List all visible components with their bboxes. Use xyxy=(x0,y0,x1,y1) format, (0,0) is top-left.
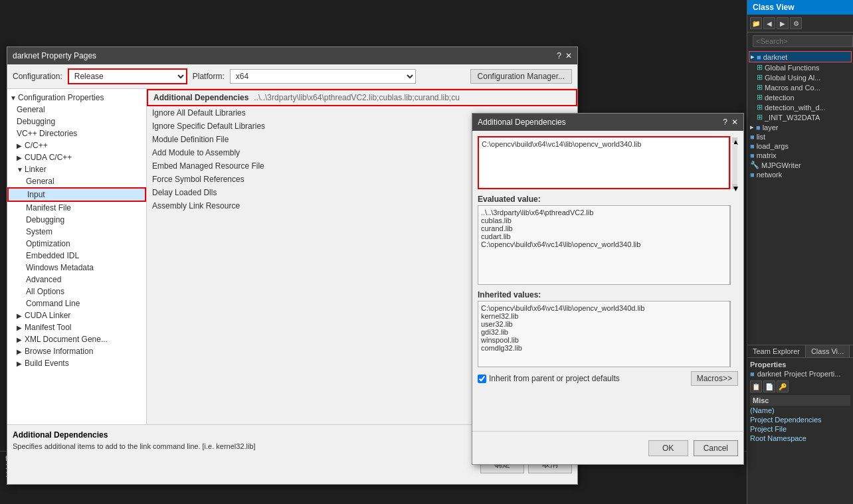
tree-browse-info[interactable]: ▶ Browse Information xyxy=(7,345,146,357)
cv-properties-panel: Team Explorer Class Vi... Properties ■ d… xyxy=(747,345,853,504)
inherit-checkbox[interactable] xyxy=(478,375,486,383)
prop-name: (Name) xyxy=(750,406,850,415)
inherited-textarea xyxy=(478,301,730,367)
add-dep-input[interactable] xyxy=(478,136,730,189)
tree-linker-input[interactable]: Input xyxy=(7,187,146,202)
add-dep-titlebar: Additional Dependencies ? ✕ xyxy=(472,114,743,131)
eval-scroll[interactable] xyxy=(730,205,738,285)
tree-config-props[interactable]: ▼ Configuration Properties xyxy=(7,92,146,104)
properties-section: Properties ■ darknet Project Properti...… xyxy=(747,358,853,446)
project-name: darknet xyxy=(757,370,782,378)
prop-deps: Project Dependencies xyxy=(750,415,850,424)
project-suffix: Project Properti... xyxy=(784,370,840,378)
cv-tree-load-args[interactable]: ■ load_args xyxy=(749,141,852,151)
cv-tree-mjpgwriter[interactable]: 🔧 MJPGWriter xyxy=(749,160,852,170)
cv-settings-btn[interactable]: ⚙ xyxy=(790,17,802,29)
platform-select[interactable]: x64 xyxy=(230,69,416,84)
tree-all-options[interactable]: All Options xyxy=(7,286,146,297)
content-header[interactable]: Additional Dependencies ..\..\3rdparty\l… xyxy=(147,89,577,106)
cv-tree-darknet[interactable]: ▸ ■ darknet xyxy=(749,51,852,62)
add-dep-body: ▲ ▼ Evaluated value: Inherited values: I… xyxy=(472,131,743,431)
tree-linker[interactable]: ▼ Linker xyxy=(7,163,146,175)
cv-expand-icon: ▸ xyxy=(751,52,755,61)
scroll-up[interactable]: ▲ xyxy=(732,137,737,143)
prop-file: Project File xyxy=(750,424,850,434)
cv-tree-list[interactable]: ■ list xyxy=(749,132,852,141)
add-dep-dialog: Additional Dependencies ? ✕ ▲ ▼ Evaluate… xyxy=(472,113,744,465)
cv-tree: ▸ ■ darknet ⊞ Global Functions ⊞ Global … xyxy=(747,50,853,181)
config-manager-btn[interactable]: Configuration Manager... xyxy=(470,69,572,84)
cv-tab-class-view[interactable]: Class Vi... xyxy=(806,345,850,357)
add-dep-title: Additional Dependencies xyxy=(478,118,566,127)
tree-linker-debug[interactable]: Debugging xyxy=(7,214,146,226)
cv-folder-btn[interactable]: 📁 xyxy=(750,17,762,29)
property-pages-title: darknet Property Pages xyxy=(13,51,96,60)
class-view-panel: Class View 📁 ◀ ▶ ⚙ ▸ ■ darknet ⊞ Global … xyxy=(747,0,853,504)
class-view-search-input[interactable] xyxy=(753,35,853,47)
cv-tree-global-funcs[interactable]: ⊞ Global Functions xyxy=(749,62,852,72)
tree-cuda-cpp[interactable]: ▶ CUDA C/C++ xyxy=(7,151,146,163)
tree-manifest-tool[interactable]: ▶ Manifest Tool xyxy=(7,321,146,333)
prop-btn3[interactable]: 🔑 xyxy=(777,380,789,392)
cv-tab-team-explorer[interactable]: Team Explorer xyxy=(747,345,806,357)
cv-tree-init-w32[interactable]: ⊞ _INIT_W32DATA xyxy=(749,112,852,122)
tree-build-events[interactable]: ▶ Build Events xyxy=(7,357,146,369)
tree-general[interactable]: General xyxy=(7,104,146,116)
class-view-title: Class View xyxy=(747,0,853,15)
add-dep-question[interactable]: ? xyxy=(723,118,727,127)
tree-manifest-file[interactable]: Manifest File xyxy=(7,202,146,214)
tree-optimization[interactable]: Optimization xyxy=(7,238,146,250)
inherit-label: Inherit from parent or project defaults xyxy=(489,374,620,383)
tree-cmd-line[interactable]: Command Line xyxy=(7,297,146,309)
tree-win-meta[interactable]: Windows Metadata xyxy=(7,262,146,274)
cv-tree-matrix[interactable]: ■ matrix xyxy=(749,151,852,160)
prop-btn2[interactable]: 📄 xyxy=(763,380,775,392)
tree-cuda-linker[interactable]: ▶ CUDA Linker xyxy=(7,309,146,321)
eval-textarea xyxy=(478,205,730,285)
cv-back-btn[interactable]: ◀ xyxy=(763,17,775,29)
cv-tree-network[interactable]: ■ network xyxy=(749,170,852,179)
inherit-checkbox-row: Inherit from parent or project defaults … xyxy=(478,371,738,386)
eval-label: Evaluated value: xyxy=(478,195,738,204)
property-pages-close-btn[interactable]: ✕ xyxy=(565,51,572,60)
add-dep-ok-btn[interactable]: OK xyxy=(648,440,688,456)
inherited-label: Inherited values: xyxy=(478,290,738,299)
cv-tree-layer[interactable]: ▸ ■ layer xyxy=(749,122,852,132)
tree-vc-dirs[interactable]: VC++ Directories xyxy=(7,127,146,139)
scroll-track xyxy=(732,144,737,184)
add-dep-close[interactable]: ✕ xyxy=(731,118,738,127)
tree-panel: ▼ Configuration Properties General Debug… xyxy=(7,89,147,466)
cv-tree-detection[interactable]: ⊞ detection xyxy=(749,92,852,102)
tree-linker-general[interactable]: General xyxy=(7,175,146,187)
content-header-label: Additional Dependencies xyxy=(153,93,248,102)
cv-tree-global-using[interactable]: ⊞ Global Using Al... xyxy=(749,72,852,82)
tree-cpp[interactable]: ▶ C/C++ xyxy=(7,139,146,151)
scroll-down[interactable]: ▼ xyxy=(732,184,737,189)
cv-tree-detection-with[interactable]: ⊞ detection_with_d... xyxy=(749,102,852,112)
class-view-toolbar: 📁 ◀ ▶ ⚙ xyxy=(747,15,853,33)
property-pages-question-btn[interactable]: ? xyxy=(557,51,561,60)
misc-header: Misc xyxy=(750,395,850,406)
platform-label: Platform: xyxy=(193,72,225,81)
property-pages-titlebar: darknet Property Pages ? ✕ xyxy=(7,47,577,64)
tree-xml-doc[interactable]: ▶ XML Document Gene... xyxy=(7,333,146,345)
prop-ns: Root Namespace xyxy=(750,434,850,443)
macros-btn[interactable]: Macros>> xyxy=(691,371,738,386)
cv-bottom-tabs: Team Explorer Class Vi... xyxy=(747,345,853,358)
tree-embedded-idl[interactable]: Embedded IDL xyxy=(7,250,146,262)
dialog-toolbar: Configuration: Release Platform: x64 Con… xyxy=(7,64,577,89)
footer-title: Additional Dependencies xyxy=(13,430,108,440)
content-header-value: ..\..\3rdparty\lib\x64\pthreadVC2.lib;cu… xyxy=(254,93,571,102)
tree-advanced[interactable]: Advanced xyxy=(7,274,146,286)
cv-tree-macros[interactable]: ⊞ Macros and Co... xyxy=(749,82,852,92)
config-label: Configuration: xyxy=(13,72,62,81)
properties-title: Properties xyxy=(750,361,850,369)
inherited-scroll[interactable] xyxy=(730,301,738,367)
add-dep-cancel-btn[interactable]: Cancel xyxy=(694,440,738,456)
cv-forward-btn[interactable]: ▶ xyxy=(777,17,789,29)
prop-btn1[interactable]: 📋 xyxy=(750,380,762,392)
add-dep-footer: OK Cancel xyxy=(472,431,743,464)
config-select[interactable]: Release xyxy=(68,68,187,84)
tree-system[interactable]: System xyxy=(7,226,146,238)
tree-debugging[interactable]: Debugging xyxy=(7,116,146,127)
